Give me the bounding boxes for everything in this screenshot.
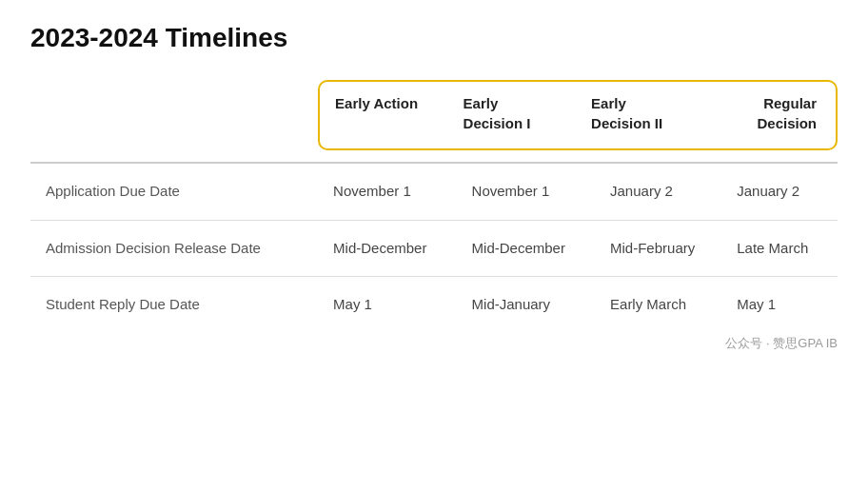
row-ed1-admission: Mid-December xyxy=(457,220,595,277)
row-ed1-app-due: November 1 xyxy=(457,163,595,220)
row-early-action-student-reply: May 1 xyxy=(318,277,456,333)
table-row: Student Reply Due Date May 1 Mid-January… xyxy=(30,277,838,333)
row-rd-app-due: January 2 xyxy=(721,163,838,220)
row-ed2-app-due: January 2 xyxy=(595,163,721,220)
col-header-label xyxy=(30,80,318,163)
col-header-early-action: Early Action xyxy=(320,82,447,148)
col-header-regular-decision: Regular Decision xyxy=(704,82,836,148)
row-rd-student-reply: May 1 xyxy=(721,277,838,333)
row-rd-admission: Late March xyxy=(721,220,838,277)
row-ed2-admission: Mid-February xyxy=(595,220,721,277)
table-row: Application Due Date November 1 November… xyxy=(30,163,838,220)
row-label-app-due: Application Due Date xyxy=(30,163,318,220)
row-ed2-student-reply: Early March xyxy=(595,277,721,333)
row-label-admission: Admission Decision Release Date xyxy=(30,220,318,277)
row-label-student-reply: Student Reply Due Date xyxy=(30,277,318,333)
row-ed1-student-reply: Mid-January xyxy=(457,277,595,333)
col-header-early-decision-2: Early Decision II xyxy=(576,82,703,148)
row-early-action-app-due: November 1 xyxy=(318,163,456,220)
table-row: Admission Decision Release Date Mid-Dece… xyxy=(30,220,838,277)
col-header-early-decision-1: Early Decision I xyxy=(448,82,576,148)
col-header-group: Early Action Early Decision I Early Deci… xyxy=(318,80,838,163)
row-early-action-admission: Mid-December xyxy=(318,220,456,277)
page-title: 2023-2024 Timelines xyxy=(30,23,838,53)
watermark: 公众号 · 赞思GPA IB xyxy=(725,335,838,352)
timelines-table: Early Action Early Decision I Early Deci… xyxy=(30,80,838,333)
